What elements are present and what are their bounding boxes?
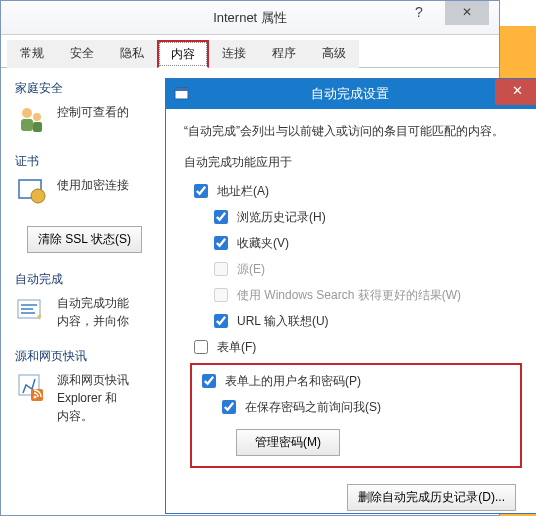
tab-content[interactable]: 内容 [157,40,209,68]
chk-form-usernames-passwords[interactable]: 表单上的用户名和密码(P) [198,371,514,391]
tab-security[interactable]: 安全 [57,40,107,68]
chk-address-bar-input[interactable] [194,184,208,198]
svg-rect-9 [21,312,35,314]
help-button[interactable]: ? [399,1,439,25]
chk-form-usernames-passwords-input[interactable] [202,374,216,388]
chk-favorites[interactable]: 收藏夹(V) [190,233,522,253]
chk-forms-input[interactable] [194,340,208,354]
autocomplete-titlebar: 自动完成设置 ✕ [166,79,536,109]
chk-url-suggest-label: URL 输入联想(U) [237,313,329,330]
autocomplete-close-button[interactable]: ✕ [495,79,536,105]
tab-advanced[interactable]: 高级 [309,40,359,68]
svg-point-0 [22,108,32,118]
checkbox-list: 地址栏(A) 浏览历史记录(H) 收藏夹(V) 源(E) 使用 Windows … [184,181,522,468]
chk-url-suggest-input[interactable] [214,314,228,328]
chk-feeds-input [214,262,228,276]
autocomplete-body: “自动完成”会列出与以前键入或访问的条目可能匹配的内容。 自动完成功能应用于 地… [166,109,536,516]
certificate-icon [15,176,47,208]
autocomplete-title: 自动完成设置 [200,86,536,103]
chk-forms-label: 表单(F) [217,339,256,356]
svg-rect-3 [33,122,42,132]
svg-rect-1 [21,119,33,131]
autocomplete-settings-dialog: 自动完成设置 ✕ “自动完成”会列出与以前键入或访问的条目可能匹配的内容。 自动… [165,78,536,514]
password-options-highlight: 表单上的用户名和密码(P) 在保存密码之前询问我(S) 管理密码(M) [190,363,522,468]
feeds-icon [15,371,47,403]
clear-ssl-button[interactable]: 清除 SSL 状态(S) [27,226,142,253]
chk-url-suggest[interactable]: URL 输入联想(U) [190,311,522,331]
svg-point-12 [34,396,37,399]
settings-icon [174,86,190,102]
close-button[interactable]: ✕ [445,1,489,25]
svg-point-2 [33,113,41,121]
chk-ask-before-save-password-input[interactable] [222,400,236,414]
chk-feeds: 源(E) [190,259,522,279]
chk-address-bar-label: 地址栏(A) [217,183,269,200]
chk-windows-search: 使用 Windows Search 获得更好的结果(W) [190,285,522,305]
chk-browsing-history[interactable]: 浏览历史记录(H) [190,207,522,227]
autocomplete-group-label: 自动完成功能应用于 [184,154,522,171]
chk-ask-before-save-password-label: 在保存密码之前询问我(S) [245,399,381,416]
family-safety-icon [15,103,47,135]
tab-general[interactable]: 常规 [7,40,57,68]
chk-browsing-history-label: 浏览历史记录(H) [237,209,326,226]
chk-feeds-label: 源(E) [237,261,265,278]
tabs-row: 常规 安全 隐私 内容 连接 程序 高级 [1,35,499,68]
autocomplete-desc: “自动完成”会列出与以前键入或访问的条目可能匹配的内容。 [184,123,522,140]
manage-passwords-button[interactable]: 管理密码(M) [236,429,340,456]
feeds-desc: 源和网页快讯 Explorer 和 内容。 [57,371,129,425]
chk-ask-before-save-password[interactable]: 在保存密码之前询问我(S) [198,397,514,417]
chk-windows-search-label: 使用 Windows Search 获得更好的结果(W) [237,287,461,304]
chk-favorites-input[interactable] [214,236,228,250]
svg-point-5 [31,189,45,203]
tab-privacy[interactable]: 隐私 [107,40,157,68]
internet-properties-titlebar: Internet 属性 ? ✕ [1,1,499,35]
family-desc: 控制可查看的 [57,103,129,135]
chk-favorites-label: 收藏夹(V) [237,235,289,252]
autocomplete-desc: 自动完成功能 内容，并向你 [57,294,129,330]
svg-rect-7 [21,304,37,306]
chk-windows-search-input [214,288,228,302]
svg-rect-14 [175,88,188,91]
tab-programs[interactable]: 程序 [259,40,309,68]
tab-connections[interactable]: 连接 [209,40,259,68]
svg-rect-8 [21,308,33,310]
chk-form-usernames-passwords-label: 表单上的用户名和密码(P) [225,373,361,390]
chk-address-bar[interactable]: 地址栏(A) [190,181,522,201]
chk-browsing-history-input[interactable] [214,210,228,224]
chk-forms[interactable]: 表单(F) [190,337,522,357]
autocomplete-icon [15,294,47,326]
delete-autocomplete-history-button[interactable]: 删除自动完成历史记录(D)... [347,484,516,511]
